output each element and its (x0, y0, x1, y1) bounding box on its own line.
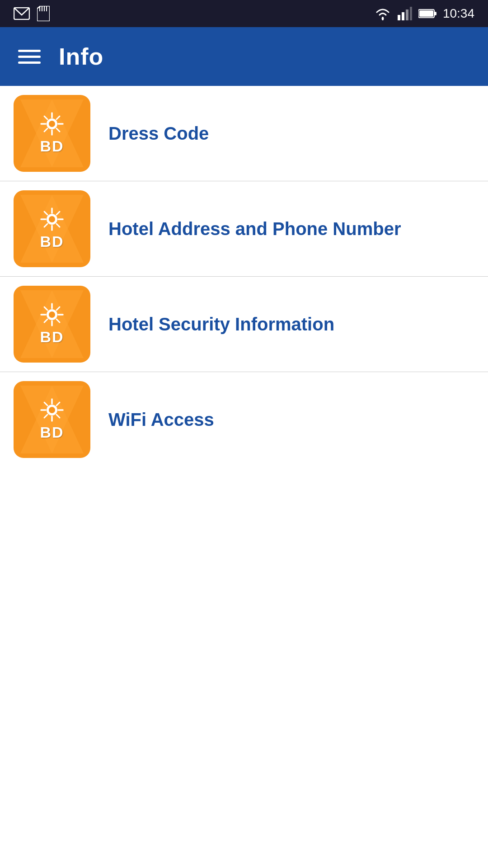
item-label-wifi-access: WiFi Access (90, 408, 474, 431)
menu-line-3 (18, 61, 41, 64)
bd-logo-1: BD (40, 137, 64, 155)
svg-rect-7 (402, 12, 404, 20)
sd-card-icon (37, 6, 50, 21)
svg-rect-9 (410, 7, 412, 20)
svg-line-39 (44, 307, 47, 310)
svg-line-22 (44, 128, 47, 132)
wifi-icon (374, 7, 391, 20)
svg-line-30 (56, 224, 60, 227)
item-icon-hotel-address: BD (14, 190, 90, 267)
svg-point-24 (49, 216, 55, 222)
item-icon-wifi-access: BD (14, 381, 90, 458)
sun-burst-icon-2 (40, 208, 64, 231)
item-label-dress-code: Dress Code (90, 122, 474, 145)
status-time: 10:34 (443, 6, 474, 21)
page-title: Info (59, 43, 103, 70)
svg-rect-11 (434, 12, 436, 15)
email-icon (14, 7, 30, 20)
app-header: Info (0, 27, 488, 86)
list-item-hotel-address[interactable]: BD Hotel Address and Phone Number (0, 181, 488, 277)
menu-line-1 (18, 50, 41, 52)
sun-burst-icon-1 (40, 112, 64, 136)
svg-line-29 (44, 212, 47, 215)
svg-line-31 (56, 212, 60, 215)
svg-rect-8 (406, 9, 408, 20)
menu-line-2 (18, 56, 41, 58)
icon-inner-dress-code: BD (40, 112, 64, 155)
svg-line-50 (56, 415, 60, 418)
battery-icon (418, 9, 436, 19)
svg-point-44 (49, 407, 55, 413)
icon-inner-wifi-access: BD (40, 398, 64, 441)
svg-rect-6 (398, 15, 400, 20)
svg-line-42 (44, 319, 47, 322)
bd-logo-3: BD (40, 328, 64, 346)
svg-line-40 (56, 319, 60, 322)
svg-point-34 (49, 311, 55, 318)
item-icon-dress-code: BD (14, 95, 90, 172)
info-list: BD Dress Code BD (0, 86, 488, 467)
svg-line-19 (44, 116, 47, 119)
list-item-hotel-security[interactable]: BD Hotel Security Information (0, 277, 488, 372)
icon-inner-hotel-address: BD (40, 208, 64, 250)
svg-line-21 (56, 116, 60, 119)
svg-line-51 (56, 402, 60, 406)
bd-logo-2: BD (40, 233, 64, 250)
svg-point-5 (381, 18, 384, 20)
list-item-dress-code[interactable]: BD Dress Code (0, 86, 488, 181)
svg-rect-12 (419, 10, 433, 17)
bd-logo-4: BD (40, 424, 64, 441)
status-bar: 10:34 (0, 0, 488, 27)
status-bar-right: 10:34 (374, 6, 474, 21)
svg-line-41 (56, 307, 60, 310)
sun-burst-icon-4 (40, 398, 64, 422)
status-bar-left (14, 6, 50, 21)
icon-inner-hotel-security: BD (40, 303, 64, 346)
sun-burst-icon-3 (40, 303, 64, 326)
list-item-wifi-access[interactable]: BD WiFi Access (0, 372, 488, 467)
svg-line-49 (44, 402, 47, 406)
svg-point-14 (49, 121, 55, 127)
menu-button[interactable] (18, 50, 41, 64)
svg-line-32 (44, 224, 47, 227)
item-label-hotel-security: Hotel Security Information (90, 312, 474, 336)
item-label-hotel-address: Hotel Address and Phone Number (90, 217, 474, 241)
svg-line-20 (56, 128, 60, 132)
signal-icon (398, 7, 412, 20)
svg-line-52 (44, 415, 47, 418)
item-icon-hotel-security: BD (14, 286, 90, 363)
